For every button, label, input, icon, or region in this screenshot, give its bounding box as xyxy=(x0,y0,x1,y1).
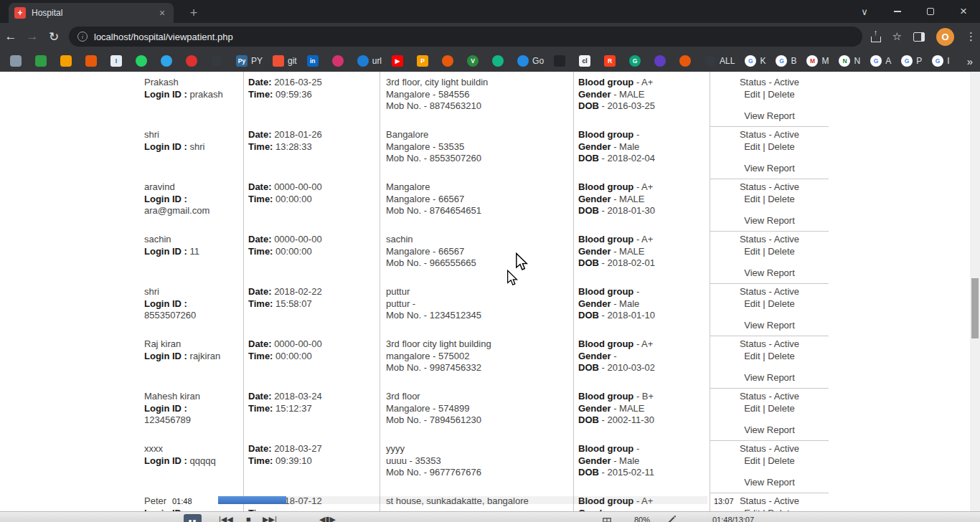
profile-avatar[interactable]: O xyxy=(936,28,954,46)
bookmark-item[interactable]: M M xyxy=(806,55,829,67)
bookmark-item[interactable]: ALL xyxy=(705,55,735,67)
view-report-link[interactable]: View Report xyxy=(744,320,795,331)
minimize-button[interactable] xyxy=(881,0,914,23)
bookmark-item[interactable]: G xyxy=(629,55,644,67)
site-info-icon[interactable]: i xyxy=(77,32,88,42)
pause-button[interactable]: ▮▮ xyxy=(184,514,202,522)
bookmark-star-icon[interactable]: ☆ xyxy=(892,30,902,43)
time-value: 15:58:07 xyxy=(275,298,312,309)
bookmarks-overflow-chevron-icon[interactable]: » xyxy=(967,50,973,72)
bookmark-item[interactable]: P xyxy=(417,55,432,67)
bookmark-item[interactable] xyxy=(136,55,151,67)
view-report-link[interactable]: View Report xyxy=(744,215,795,226)
bookmark-item[interactable] xyxy=(161,55,176,67)
bookmark-item[interactable] xyxy=(332,55,347,67)
bookmark-item[interactable]: N N xyxy=(839,55,860,67)
bookmark-item[interactable]: G A xyxy=(870,55,891,67)
bookmark-item[interactable]: G P xyxy=(901,55,922,67)
edit-link[interactable]: Edit xyxy=(744,246,760,257)
cell-patient-name: shri Login ID : 8553507260 xyxy=(140,286,244,338)
skip-to-end-button[interactable]: ▶▶| xyxy=(263,515,277,522)
page-scrollbar-track[interactable] xyxy=(970,72,980,511)
side-panel-icon[interactable] xyxy=(913,32,925,42)
bookmark-item[interactable]: I xyxy=(110,55,126,67)
address-line-2: Mangalore - 584556 xyxy=(386,89,563,101)
delete-link[interactable]: Delete xyxy=(768,351,795,361)
bookmark-favicon-icon: R xyxy=(604,55,616,67)
bookmark-item[interactable] xyxy=(654,55,669,67)
address-line-1: Mangalore xyxy=(386,181,563,194)
view-report-link[interactable]: View Report xyxy=(744,267,795,278)
edit-link[interactable]: Edit xyxy=(744,194,760,204)
bookmark-item[interactable] xyxy=(35,55,50,67)
page-scrollbar-thumb[interactable] xyxy=(971,278,979,338)
view-report-link[interactable]: View Report xyxy=(744,477,795,488)
skip-to-start-button[interactable]: |◀◀ xyxy=(219,515,233,522)
delete-link[interactable]: Delete xyxy=(768,194,795,204)
maximize-button[interactable] xyxy=(914,0,947,23)
bookmark-item[interactable]: Py PY xyxy=(236,55,263,67)
dob-label: DOB xyxy=(578,414,599,425)
bookmark-favicon-icon xyxy=(85,55,97,67)
bookmark-item[interactable] xyxy=(554,55,569,67)
bookmark-item[interactable]: in xyxy=(307,55,322,67)
back-button[interactable]: ← xyxy=(0,29,22,44)
patient-name: Raj kiran xyxy=(144,338,233,351)
date-label: Date: xyxy=(248,338,272,349)
edit-link[interactable]: Edit xyxy=(744,403,760,414)
pencil-icon[interactable] xyxy=(666,515,677,522)
bookmark-item[interactable] xyxy=(211,55,226,67)
view-report-link[interactable]: View Report xyxy=(744,110,795,121)
player-seek-bar[interactable] xyxy=(218,496,707,504)
tab-search-icon[interactable]: ∨ xyxy=(848,0,881,23)
delete-link[interactable]: Delete xyxy=(768,298,795,309)
edit-link[interactable]: Edit xyxy=(744,89,760,100)
bookmark-item[interactable] xyxy=(186,55,201,67)
delete-link[interactable]: Delete xyxy=(768,455,795,466)
bookmark-item[interactable]: ▶ xyxy=(392,55,407,67)
delete-link[interactable]: Delete xyxy=(768,89,795,100)
edit-link[interactable]: Edit xyxy=(744,298,760,309)
link-separator: | xyxy=(763,455,765,466)
edit-link[interactable]: Edit xyxy=(744,455,760,466)
menu-kebab-icon[interactable]: ⋮ xyxy=(966,30,971,43)
share-icon[interactable]: ↑ xyxy=(871,31,881,42)
bookmark-item[interactable]: url xyxy=(357,55,382,67)
bookmark-item[interactable]: R xyxy=(604,55,619,67)
delete-link[interactable]: Delete xyxy=(768,403,795,414)
bookmark-item[interactable] xyxy=(10,55,25,67)
stop-button[interactable]: ■ xyxy=(246,515,251,522)
edit-link[interactable]: Edit xyxy=(744,141,760,152)
bookmark-item[interactable]: G K xyxy=(745,55,765,67)
bookmark-item[interactable] xyxy=(85,55,100,67)
browser-tab[interactable]: + Hospital × xyxy=(9,3,174,23)
bookmark-item[interactable]: V xyxy=(467,55,482,67)
view-report-link[interactable]: View Report xyxy=(744,424,795,435)
bookmark-item[interactable] xyxy=(679,55,694,67)
forward-button[interactable]: → xyxy=(22,29,43,44)
frame-step-button[interactable]: ◀▮▶ xyxy=(319,515,336,522)
bookmark-item[interactable] xyxy=(442,55,457,67)
toolbar-actions: ↑ ☆ O ⋮ xyxy=(871,28,980,46)
reload-button[interactable]: ↻ xyxy=(43,29,65,44)
mobile-number: Mob No. - 8553507260 xyxy=(386,153,563,165)
bookmark-item[interactable]: G B xyxy=(776,55,796,67)
edit-link[interactable]: Edit xyxy=(744,351,760,361)
grid-view-icon[interactable] xyxy=(603,516,611,522)
url-text: localhost/hospital/viewpatient.php xyxy=(94,32,233,42)
bookmark-item[interactable]: git xyxy=(273,55,297,67)
delete-link[interactable]: Delete xyxy=(768,141,795,152)
view-report-link[interactable]: View Report xyxy=(744,163,795,174)
delete-link[interactable]: Delete xyxy=(768,246,795,257)
bookmark-item[interactable] xyxy=(492,55,507,67)
address-bar[interactable]: i localhost/hospital/viewpatient.php xyxy=(69,27,862,47)
bookmark-item[interactable]: cl xyxy=(579,55,594,67)
tab-close-icon[interactable]: × xyxy=(156,7,168,19)
new-tab-button[interactable]: + xyxy=(185,4,202,22)
close-window-button[interactable]: × xyxy=(947,0,980,23)
view-report-link[interactable]: View Report xyxy=(744,372,795,383)
bookmark-item[interactable] xyxy=(60,55,75,67)
bookmark-item[interactable]: G I xyxy=(932,55,949,67)
bookmark-item[interactable]: Go xyxy=(517,55,544,67)
login-id-value: 123456789 xyxy=(144,414,191,425)
